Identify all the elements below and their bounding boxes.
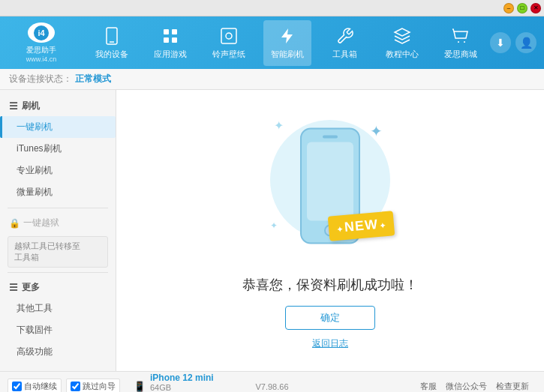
nav-apps-games[interactable]: 应用游戏: [146, 20, 194, 66]
device-name: iPhone 12 mini: [150, 373, 217, 383]
auto-continue-checkbox-label[interactable]: 自动继续: [8, 379, 62, 392]
status-label: 设备连接状态：: [9, 73, 72, 85]
sidebar: ☰ 刷机 一键刷机 iTunes刷机 专业刷机 微量刷机 🔒 一键越狱 越狱工具…: [0, 90, 116, 371]
auto-continue-checkbox[interactable]: [12, 382, 22, 391]
bottom-bar: 自动继续 跳过向导 📱 iPhone 12 mini 64GB Down-12m…: [0, 371, 544, 392]
phone-small-icon: 📱: [134, 381, 146, 392]
svg-text:i4: i4: [38, 28, 45, 37]
svg-rect-7: [172, 37, 177, 43]
ringtones-icon: [219, 26, 239, 46]
confirm-button[interactable]: 确定: [285, 306, 375, 330]
logo-text: 爱思助手 www.i4.cn: [26, 45, 57, 63]
nav-my-device[interactable]: 我的设备: [88, 20, 136, 66]
svg-point-10: [458, 41, 459, 43]
sidebar-item-onekey[interactable]: 一键刷机: [0, 116, 116, 138]
skip-wizard-checkbox-label[interactable]: 跳过向导: [66, 379, 120, 392]
close-button[interactable]: ✕: [530, 3, 541, 13]
update-link[interactable]: 检查更新: [496, 381, 529, 392]
device-storage: 64GB: [150, 383, 217, 392]
service-link[interactable]: 客服: [420, 381, 437, 392]
sidebar-item-other-tools[interactable]: 其他工具: [0, 298, 116, 319]
status-bar: 设备连接状态： 正常模式: [0, 69, 544, 90]
logo-icon: i4: [28, 22, 55, 43]
minimize-button[interactable]: –: [503, 3, 514, 13]
nav-toolbox[interactable]: 工具箱: [323, 20, 368, 66]
sidebar-divider-1: [8, 208, 108, 208]
wechat-link[interactable]: 微信公众号: [446, 381, 487, 392]
user-button[interactable]: 👤: [515, 32, 536, 53]
maximize-button[interactable]: □: [517, 3, 527, 13]
sidebar-item-micro[interactable]: 微量刷机: [0, 181, 116, 203]
svg-rect-8: [221, 28, 236, 43]
success-text: 恭喜您，保资料刷机成功啦！: [242, 276, 418, 294]
sparkle-icon-3: ✦: [270, 220, 278, 231]
device-info: 📱: [134, 381, 146, 392]
svg-point-11: [464, 41, 465, 43]
svg-rect-5: [172, 29, 177, 34]
tools-icon: [335, 26, 355, 46]
header: i4 爱思助手 www.i4.cn 我的设备 应用游戏 铃声壁纸: [0, 16, 544, 69]
sidebar-item-advanced[interactable]: 高级功能: [0, 341, 116, 363]
sidebar-info-box: 越狱工具已转移至 工具箱: [8, 236, 108, 268]
apps-icon: [161, 26, 180, 46]
bottom-left: 自动继续 跳过向导 📱 iPhone 12 mini 64GB Down-12m…: [8, 373, 217, 393]
flash-icon: [278, 26, 297, 46]
title-bar: – □ ✕: [0, 0, 544, 16]
sparkle-icon-1: ✦: [274, 118, 284, 133]
phone-illustration: ✦ ✦ ✦ NEW: [263, 111, 398, 261]
nav-tutorials[interactable]: 教程中心: [378, 20, 426, 66]
logo-area: i4 爱思助手 www.i4.cn: [0, 16, 83, 69]
sidebar-item-itunes[interactable]: iTunes刷机: [0, 138, 116, 160]
svg-rect-4: [164, 29, 169, 34]
new-badge: NEW: [328, 211, 395, 241]
phone-speaker: [323, 136, 338, 139]
main-layout: ☰ 刷机 一键刷机 iTunes刷机 专业刷机 微量刷机 🔒 一键越狱 越狱工具…: [0, 90, 544, 371]
more-section-icon: ☰: [9, 282, 18, 293]
sidebar-item-pro[interactable]: 专业刷机: [0, 160, 116, 181]
flash-section-icon: ☰: [9, 100, 18, 112]
nav-items: 我的设备 应用游戏 铃声壁纸 智能刷机 工具箱: [83, 16, 490, 69]
version-text: V7.98.66: [255, 382, 288, 391]
sidebar-divider-2: [8, 272, 108, 273]
sidebar-locked-jailbreak: 🔒 一键越狱: [0, 213, 116, 233]
download-button[interactable]: ⬇: [490, 32, 511, 53]
device-details: iPhone 12 mini 64GB Down-12mini-13,1: [150, 373, 217, 393]
content-area: ✦ ✦ ✦ NEW 恭喜您，保资料刷机成功啦！ 确定 返回日志: [116, 90, 544, 371]
sidebar-item-download[interactable]: 下载固件: [0, 319, 116, 341]
lock-icon: 🔒: [9, 218, 20, 229]
skip-wizard-checkbox[interactable]: [71, 382, 80, 391]
nav-ringtones[interactable]: 铃声壁纸: [205, 20, 253, 66]
device-icon: [102, 26, 122, 46]
header-right: ⬇ 👤: [490, 32, 544, 53]
svg-point-9: [226, 33, 232, 39]
store-icon: [451, 26, 470, 46]
back-link[interactable]: 返回日志: [312, 337, 348, 350]
nav-smart-flash[interactable]: 智能刷机: [263, 20, 311, 66]
sidebar-section-flash: ☰ 刷机: [0, 96, 116, 116]
bottom-right: 客服 微信公众号 检查更新: [420, 381, 529, 392]
sidebar-section-more: ☰ 更多: [0, 277, 116, 298]
svg-rect-6: [164, 37, 169, 43]
bottom-center: V7.98.66: [255, 382, 288, 391]
nav-store[interactable]: 爱思商城: [437, 20, 485, 66]
phone-screen: [307, 142, 353, 221]
tutorials-icon: [392, 26, 412, 46]
status-value: 正常模式: [75, 73, 111, 85]
